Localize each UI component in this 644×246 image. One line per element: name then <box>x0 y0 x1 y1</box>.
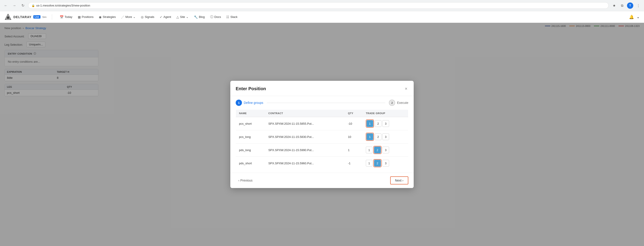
nav-strategies[interactable]: ◉ Strategies <box>96 14 118 20</box>
stepper: 1 Define groups 2 Execute <box>230 96 414 109</box>
modal-close-button[interactable]: × <box>404 85 408 92</box>
address-bar[interactable]: 🔒 us-1.mesolive.io/strategies/3/new-posi… <box>28 2 609 9</box>
modal-title: Enter Position <box>236 86 266 91</box>
row-trade-group: 1 2 3 <box>363 117 408 130</box>
nav-more[interactable]: ⋰ More ⌄ <box>119 14 138 20</box>
slack-icon: ☷ <box>226 15 229 19</box>
row-qty: 10 <box>345 130 363 143</box>
modal-table: NAME CONTRACT QTY TRADE GROUP pcs_short … <box>236 109 408 170</box>
app-container: DELTARAY Live Sim 📅 Today ▦ Positions ◉ … <box>0 11 644 246</box>
tg-btn-3[interactable]: 3 <box>382 160 389 166</box>
star-button[interactable]: ★ <box>611 3 617 9</box>
nav-signals[interactable]: ◎ Signals <box>139 14 156 20</box>
site-chevron-icon: ⌄ <box>186 15 188 19</box>
row-trade-group: 1 2 3 <box>363 157 408 170</box>
previous-button[interactable]: ‹ Previous <box>236 177 255 184</box>
next-chevron-icon: › <box>402 179 404 182</box>
table-row: pcs_short SPX.SPXW.2024-11-15.5855.Put..… <box>236 117 408 130</box>
logo-area: DELTARAY Live Sim <box>4 14 46 21</box>
agent-check-icon: ✓ <box>160 15 162 19</box>
table-row: pcs_long SPX.SPXW.2024-11-15.5830.Put...… <box>236 130 408 143</box>
row-trade-group: 1 2 3 <box>363 130 408 143</box>
step-2-circle: 2 <box>389 100 395 106</box>
tg-btn-wrap-2: 2 <box>374 159 382 167</box>
nav-positions[interactable]: ▦ Positions <box>76 14 96 20</box>
blog-wrench-icon: 🔧 <box>194 15 198 19</box>
nav-blog[interactable]: 🔧 Blog <box>192 14 207 20</box>
tg-btn-1[interactable]: 1 <box>366 133 373 140</box>
next-label: Next <box>395 179 402 182</box>
tg-btn-wrap-1: 1 <box>366 120 374 128</box>
forward-button[interactable]: → <box>11 3 18 9</box>
strategies-icon: ◉ <box>99 15 102 19</box>
row-name: pcs_short <box>236 117 265 130</box>
nav-docs[interactable]: ⓘ Docs <box>208 14 224 20</box>
back-button[interactable]: ← <box>3 3 9 9</box>
nav-today[interactable]: 📅 Today <box>58 14 75 20</box>
col-name: NAME <box>236 110 265 117</box>
row-contract: SPX.SPXW.2024-11-15.5830.Put... <box>265 130 345 143</box>
nav-docs-label: Docs <box>214 15 221 19</box>
row-contract: SPX.SPXW.2024-11-15.5960.Put... <box>265 157 345 170</box>
nav-more-label: More <box>126 15 132 19</box>
tg-btn-2[interactable]: 2 <box>374 147 381 153</box>
row-contract: SPX.SPXW.2024-11-15.5990.Put... <box>265 143 345 157</box>
logo-text: DELTARAY <box>14 15 32 19</box>
nav-signals-label: Signals <box>145 15 154 19</box>
step-2[interactable]: 2 Execute <box>389 100 408 106</box>
row-name: pds_short <box>236 157 265 170</box>
badge-live[interactable]: Live <box>33 15 40 19</box>
step-1[interactable]: 1 Define groups <box>236 100 263 106</box>
main-area: 241115-1600 241113-0800 241111-0000 2411… <box>0 23 644 246</box>
badge-sim[interactable]: Sim <box>42 16 46 18</box>
nav-today-label: Today <box>64 15 72 19</box>
nav-items: 📅 Today ▦ Positions ◉ Strategies ⋰ More … <box>58 14 624 20</box>
nav-blog-label: Blog <box>199 15 204 19</box>
logo-icon <box>4 14 12 21</box>
col-qty: QTY <box>345 110 363 117</box>
step-2-label: Execute <box>397 101 408 105</box>
nav-chevron-icon[interactable]: ⌄ <box>636 15 640 19</box>
nav-right: 🔔 ⌄ <box>629 15 640 20</box>
tg-btn-3[interactable]: 3 <box>382 147 389 153</box>
tg-btn-2[interactable]: 2 <box>375 120 382 127</box>
user-avatar[interactable]: T <box>627 3 633 9</box>
table-row: pds_long SPX.SPXW.2024-11-15.5990.Put...… <box>236 143 408 157</box>
calendar-icon: 📅 <box>60 15 64 19</box>
lock-icon: 🔒 <box>32 4 35 7</box>
nav-slack-label: Slack <box>230 15 238 19</box>
tg-btn-3[interactable]: 3 <box>382 133 389 140</box>
more-button[interactable]: ⋮ <box>635 3 641 9</box>
nav-positions-label: Positions <box>82 15 94 19</box>
reload-button[interactable]: ↻ <box>20 3 26 9</box>
docs-question-icon: ⓘ <box>210 15 213 19</box>
row-name: pcs_long <box>236 130 265 143</box>
tg-btn-2[interactable]: 2 <box>374 160 381 166</box>
trade-group-buttons: 1 2 3 <box>366 146 405 154</box>
tg-btn-1[interactable]: 1 <box>366 120 373 127</box>
row-trade-group: 1 2 3 <box>363 143 408 157</box>
tg-btn-3[interactable]: 3 <box>382 120 389 127</box>
trade-group-buttons: 1 2 3 <box>366 133 405 141</box>
top-nav: DELTARAY Live Sim 📅 Today ▦ Positions ◉ … <box>0 11 644 23</box>
row-name: pds_long <box>236 143 265 157</box>
tg-btn-1[interactable]: 1 <box>366 160 372 166</box>
more-chevron-icon: ⌄ <box>133 15 136 19</box>
modal-table-wrap: NAME CONTRACT QTY TRADE GROUP pcs_short … <box>230 109 414 170</box>
nav-agent[interactable]: ✓ Agent <box>158 14 173 20</box>
nav-slack[interactable]: ☷ Slack <box>224 14 240 20</box>
enter-position-modal: Enter Position × 1 Define groups 2 Execu… <box>230 81 414 188</box>
nav-site[interactable]: △ Site ⌄ <box>174 14 191 20</box>
prev-chevron-icon: ‹ <box>238 179 240 182</box>
next-button[interactable]: Next › <box>390 176 408 184</box>
modal-header: Enter Position × <box>230 81 414 96</box>
url-text: us-1.mesolive.io/strategies/3/new-positi… <box>36 4 90 7</box>
tg-btn-1[interactable]: 1 <box>366 147 372 153</box>
signals-icon: ◎ <box>141 15 144 19</box>
modal-footer: ‹ Previous Next › <box>230 173 414 188</box>
notification-bell-icon[interactable]: 🔔 <box>629 15 634 20</box>
tg-btn-2[interactable]: 2 <box>375 133 382 140</box>
table-row: pds_short SPX.SPXW.2024-11-15.5960.Put..… <box>236 157 408 170</box>
row-contract: SPX.SPXW.2024-11-15.5855.Put... <box>265 117 345 130</box>
extensions-button[interactable]: ⧉ <box>619 3 625 9</box>
